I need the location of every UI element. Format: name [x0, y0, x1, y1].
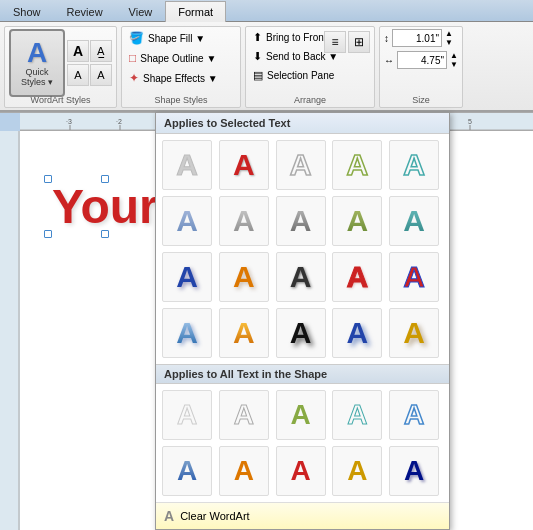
- shape-fill-label: Shape Fill ▼: [148, 33, 205, 44]
- wordart-grid-row5: A A A A A: [156, 384, 449, 446]
- tab-view[interactable]: View: [116, 1, 166, 21]
- wa-icon-grad-gray: A: [233, 206, 255, 236]
- dropdown-section2-header: Applies to All Text in the Shape: [156, 364, 449, 384]
- tab-format[interactable]: Format: [165, 1, 226, 22]
- height-input[interactable]: [392, 29, 442, 47]
- selection-pane-button[interactable]: ▤ Selection Pane: [250, 67, 337, 84]
- wordart-item-grad-green[interactable]: A: [332, 196, 382, 246]
- wordart-item-grad-gray2[interactable]: A: [276, 196, 326, 246]
- wordart-item-shadow-blue2[interactable]: A: [332, 308, 382, 358]
- wordart-item-all-orange[interactable]: A: [219, 446, 269, 496]
- text-style-button[interactable]: A: [90, 64, 112, 86]
- selection-pane-label: Selection Pane: [267, 70, 334, 81]
- wordart-grid-row1: A A A A A: [156, 134, 449, 196]
- shape-outline-button[interactable]: □ Shape Outline ▼: [126, 49, 219, 67]
- dropdown-section1-header: Applies to Selected Text: [156, 113, 449, 134]
- clear-wordart-label: Clear WordArt: [180, 510, 249, 522]
- align-button[interactable]: ≡: [324, 31, 346, 53]
- wordart-group-content: A Quick Styles ▾ A A̲ A A: [9, 29, 112, 97]
- wordart-item-grad-gray[interactable]: A: [219, 196, 269, 246]
- clear-wordart-button[interactable]: A Clear WordArt: [156, 502, 449, 529]
- wa-icon-green-outline: A: [347, 150, 369, 180]
- svg-rect-19: [0, 131, 20, 530]
- shape-outline-label: Shape Outline ▼: [140, 53, 216, 64]
- wordart-item-all-red[interactable]: A: [276, 446, 326, 496]
- wordart-item-shadow-blue[interactable]: A: [162, 308, 212, 358]
- wordart-group-label: WordArt Styles: [5, 95, 116, 105]
- width-input[interactable]: [397, 51, 447, 69]
- wordart-item-all-blue2[interactable]: A: [162, 446, 212, 496]
- wordart-item-solid-blue[interactable]: A: [162, 252, 212, 302]
- shape-effects-icon: ✦: [129, 71, 139, 85]
- wordart-item-solid-orange[interactable]: A: [219, 252, 269, 302]
- ribbon-body: A Quick Styles ▾ A A̲ A A WordArt Styles: [0, 22, 533, 112]
- wa-icon-shadow-orange: A: [233, 318, 255, 348]
- wordart-item-shadow-gold[interactable]: A: [389, 308, 439, 358]
- svg-text:·3: ·3: [66, 118, 72, 125]
- quick-styles-label2: Styles ▾: [21, 77, 53, 87]
- wa-icon-red-outline: A: [347, 262, 369, 292]
- wordart-styles-group: A Quick Styles ▾ A A̲ A A WordArt Styles: [4, 26, 117, 108]
- width-icon: ↔: [384, 55, 394, 66]
- wa-icon-shadow-dark: A: [290, 318, 312, 348]
- svg-text:5: 5: [468, 118, 472, 125]
- wordart-item-gray-outline[interactable]: A: [276, 140, 326, 190]
- shape-styles-label: Shape Styles: [122, 95, 240, 105]
- wordart-item-green-outline[interactable]: A: [332, 140, 382, 190]
- wa-icon-all-red: A: [290, 457, 310, 485]
- wa-icon-all-orange: A: [234, 457, 254, 485]
- tab-show[interactable]: Show: [0, 1, 54, 21]
- wordart-item-all-teal[interactable]: A: [332, 390, 382, 440]
- text-outline-button[interactable]: A̲: [90, 40, 112, 62]
- wordart-item-red-blue[interactable]: A: [389, 252, 439, 302]
- wa-icon-all-green: A: [290, 401, 310, 429]
- text-format-buttons: A A̲ A A: [67, 40, 112, 86]
- rotate-button[interactable]: ⊞: [348, 31, 370, 53]
- text-fill-button[interactable]: A: [67, 40, 89, 62]
- wordart-item-all-gold[interactable]: A: [332, 446, 382, 496]
- handle-tl[interactable]: [44, 175, 52, 183]
- wa-icon-solid-orange: A: [233, 262, 255, 292]
- wordart-item-all-gray[interactable]: A: [219, 390, 269, 440]
- handle-bl[interactable]: [44, 230, 52, 238]
- wordart-item-teal-outline[interactable]: A: [389, 140, 439, 190]
- text-effects-button[interactable]: A: [67, 64, 89, 86]
- size-group: ↕ ▲▼ ↔ ▲▼ Size: [379, 26, 463, 108]
- wa-icon-plain: A: [176, 150, 198, 180]
- wa-icon-shadow-blue: A: [176, 318, 198, 348]
- size-group-label: Size: [380, 95, 462, 105]
- wordart-grid-row6: A A A A A: [156, 446, 449, 502]
- wordart-item-blue-light[interactable]: A: [162, 196, 212, 246]
- text-format-row1: A A̲: [67, 40, 112, 62]
- wordart-item-all-plain[interactable]: A: [162, 390, 212, 440]
- wa-icon-shadow-blue2: A: [347, 318, 369, 348]
- height-spinner[interactable]: ▲▼: [445, 29, 453, 47]
- shape-effects-button[interactable]: ✦ Shape Effects ▼: [126, 69, 221, 87]
- wordart-item-all-blue[interactable]: A: [389, 390, 439, 440]
- wordart-item-shadow-dark[interactable]: A: [276, 308, 326, 358]
- svg-text:·2: ·2: [116, 118, 122, 125]
- width-spinner[interactable]: ▲▼: [450, 51, 458, 69]
- wa-icon-grad-green: A: [347, 206, 369, 236]
- wordart-container[interactable]: Your: [48, 179, 162, 234]
- wordart-text[interactable]: Your: [48, 179, 162, 234]
- handle-bm[interactable]: [101, 230, 109, 238]
- wordart-item-red[interactable]: A: [219, 140, 269, 190]
- wordart-item-grad-teal[interactable]: A: [389, 196, 439, 246]
- wordart-item-shadow-orange[interactable]: A: [219, 308, 269, 358]
- wordart-grid-row2: A A A A A: [156, 196, 449, 252]
- shape-fill-icon: 🪣: [129, 31, 144, 45]
- shape-fill-button[interactable]: 🪣 Shape Fill ▼: [126, 29, 208, 47]
- wordart-item-plain[interactable]: A: [162, 140, 212, 190]
- handle-tm[interactable]: [101, 175, 109, 183]
- tab-review[interactable]: Review: [54, 1, 116, 21]
- bring-front-icon: ⬆: [253, 31, 262, 44]
- wordart-dropdown: Applies to Selected Text A A A A A A A A…: [155, 112, 450, 530]
- wordart-item-all-darkblue[interactable]: A: [389, 446, 439, 496]
- wordart-item-all-green[interactable]: A: [276, 390, 326, 440]
- wordart-item-red-outline[interactable]: A: [332, 252, 382, 302]
- size-content: ↕ ▲▼ ↔ ▲▼: [384, 29, 458, 93]
- wordart-grid-row3: A A A A A: [156, 252, 449, 308]
- wordart-item-solid-gray[interactable]: A: [276, 252, 326, 302]
- quick-styles-button[interactable]: A Quick Styles ▾: [9, 29, 65, 97]
